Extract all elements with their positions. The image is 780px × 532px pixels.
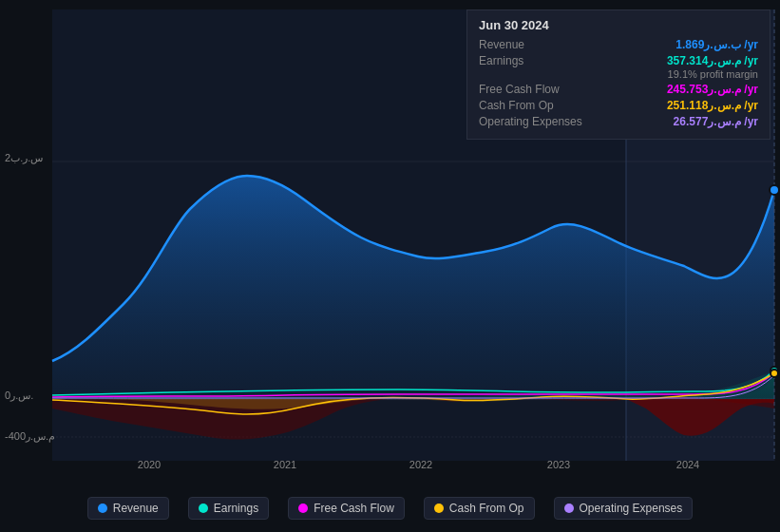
tooltip-label-cfo: Cash From Op — [479, 99, 593, 112]
tooltip-row-opex: Operating Expenses 26.577م.س.ر /yr — [479, 115, 758, 128]
profit-margin-text: 19.1% profit margin — [668, 68, 758, 80]
tooltip-box: Jun 30 2024 Revenue 1.869ب.س.ر /yr Earni… — [466, 10, 770, 140]
tooltip-label-fcf: Free Cash Flow — [479, 83, 593, 96]
x-label-2021: 2021 — [274, 459, 296, 470]
tooltip-title: Jun 30 2024 — [479, 18, 758, 32]
x-label-2020: 2020 — [138, 459, 161, 470]
svg-point-8 — [770, 185, 779, 195]
legend-item-cfo[interactable]: Cash From Op — [424, 497, 535, 520]
legend-dot-fcf — [298, 504, 308, 513]
legend-item-earnings[interactable]: Earnings — [188, 497, 269, 520]
tooltip-value-opex: 26.577م.س.ر /yr — [674, 115, 758, 128]
x-label-2022: 2022 — [409, 459, 432, 470]
legend-label-revenue: Revenue — [113, 502, 159, 515]
legend-label-fcf: Free Cash Flow — [314, 502, 394, 515]
legend-dot-cfo — [434, 504, 444, 513]
x-label-2023: 2023 — [547, 459, 570, 470]
y-label-0: 0س.ر. — [5, 390, 33, 402]
legend-label-opex: Operating Expenses — [580, 502, 683, 515]
tooltip-value-fcf: 245.753م.س.ر /yr — [667, 83, 758, 96]
tooltip-label-opex: Operating Expenses — [479, 115, 593, 128]
profit-margin-row: 19.1% profit margin — [479, 68, 758, 80]
legend-dot-revenue — [98, 504, 107, 513]
tooltip-label-earnings: Earnings — [479, 54, 593, 67]
legend-dot-opex — [564, 504, 574, 513]
x-label-2024: 2024 — [676, 459, 699, 470]
legend-dot-earnings — [199, 504, 208, 513]
legend-label-earnings: Earnings — [214, 502, 258, 515]
legend-item-revenue[interactable]: Revenue — [87, 497, 169, 520]
y-label-2b: 2س.ر.ب — [5, 152, 43, 164]
legend-item-opex[interactable]: Operating Expenses — [554, 497, 694, 520]
tooltip-label-revenue: Revenue — [479, 38, 593, 51]
tooltip-row-revenue: Revenue 1.869ب.س.ر /yr — [479, 38, 758, 51]
tooltip-row-earnings: Earnings 357.314م.س.ر /yr — [479, 54, 758, 67]
chart-legend: Revenue Earnings Free Cash Flow Cash Fro… — [0, 484, 780, 532]
tooltip-value-earnings: 357.314م.س.ر /yr — [667, 54, 758, 67]
legend-item-fcf[interactable]: Free Cash Flow — [288, 497, 405, 520]
tooltip-row-fcf: Free Cash Flow 245.753م.س.ر /yr — [479, 83, 758, 96]
svg-point-10 — [770, 370, 778, 377]
tooltip-value-cfo: 251.118م.س.ر /yr — [667, 99, 758, 112]
legend-label-cfo: Cash From Op — [449, 502, 524, 515]
tooltip-row-cfo: Cash From Op 251.118م.س.ر /yr — [479, 99, 758, 112]
y-label-neg400: -400م.س.ر — [5, 430, 55, 443]
tooltip-value-revenue: 1.869ب.س.ر /yr — [675, 38, 758, 51]
